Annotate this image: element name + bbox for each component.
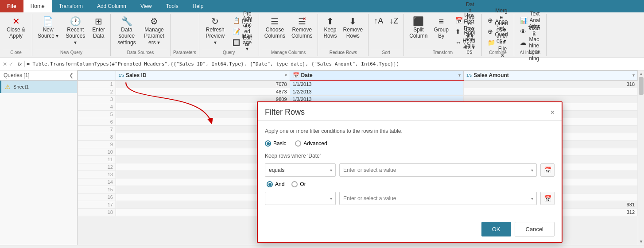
- and-radio-circle: [267, 181, 273, 187]
- mode-advanced-option[interactable]: Advanced: [295, 140, 327, 147]
- tab-file[interactable]: File: [0, 0, 23, 12]
- sort-desc-button[interactable]: ↓Z: [387, 15, 401, 27]
- dialog-close-button[interactable]: ×: [551, 108, 555, 116]
- close-apply-icon: ✕: [12, 17, 20, 26]
- ribbon-group-manage-columns: ☰ ChooseColumns ☰✕ RemoveColumns Manage …: [259, 14, 318, 56]
- ribbon-group-close: ✕ Close & Apply Close: [0, 14, 32, 56]
- merge-queries-icon: ⊕: [488, 17, 493, 23]
- text-analytics-icon: 📊: [520, 17, 528, 23]
- sort-asc-icon: ↑A: [374, 17, 383, 25]
- connector-and-option[interactable]: And: [267, 181, 284, 187]
- azure-ml-button[interactable]: ☁ Azure Machine Learning: [517, 37, 543, 48]
- ribbon-group-ai-insights: 📊 Text Analytics 👁 Vision ☁ Azure Machin…: [514, 14, 547, 56]
- operator-1-select[interactable]: equals: [265, 163, 336, 177]
- connector-and-label: And: [275, 181, 284, 187]
- ribbon-group-combine-label: Combine: [485, 49, 511, 55]
- tab-help[interactable]: Help: [186, 0, 211, 12]
- manage-parameters-button[interactable]: ⚙ ManageParameters ▾: [141, 15, 167, 47]
- tab-tools[interactable]: Tools: [159, 0, 186, 12]
- ribbon-group-parameters: Parameters: [171, 14, 199, 56]
- close-apply-button[interactable]: ✕ Close & Apply: [3, 15, 29, 41]
- replace-values-button[interactable]: ↔ Replace Values: [452, 37, 479, 48]
- filter-condition-2: ▾ 📅: [265, 192, 555, 205]
- ribbon-group-query-label: Query: [202, 49, 256, 55]
- remove-rows-icon: ⬇: [349, 17, 357, 26]
- ribbon-group-ai-insights-label: AI Insights: [517, 49, 543, 55]
- value-1-wrap: ▾: [339, 163, 537, 177]
- choose-columns-button[interactable]: ☰ ChooseColumns: [262, 15, 288, 41]
- formula-bar: ✕ ✓ fx = Table.TransformColumnTypes(#"Pr…: [0, 58, 644, 70]
- operator-2-select[interactable]: [265, 192, 336, 205]
- cancel-button[interactable]: Cancel: [515, 222, 555, 236]
- ribbon-group-transform-label: Transform: [407, 49, 479, 55]
- filter-rows-dialog: Filter Rows × Apply one or more filter c…: [257, 101, 563, 243]
- tab-add-column[interactable]: Add Column: [90, 0, 133, 12]
- mode-basic-label: Basic: [273, 140, 286, 147]
- replace-values-icon: ↔: [455, 39, 462, 46]
- sort-desc-icon: ↓Z: [389, 17, 398, 25]
- ribbon-group-reduce-rows-label: Reduce Rows: [321, 49, 365, 55]
- formula-fx-label: fx: [15, 61, 25, 67]
- remove-rows-button[interactable]: ⬇ RemoveRows: [340, 15, 365, 41]
- combine-files-icon: 📁: [488, 39, 495, 46]
- ribbon-group-transform: ⬛ SplitColumn ≡ GroupBy 📅 Data Type: Dat…: [404, 14, 482, 56]
- data-source-settings-button[interactable]: 🔧 Data sourcesettings: [113, 15, 140, 47]
- group-by-button[interactable]: ≡ GroupBy: [431, 15, 451, 41]
- dialog-title: Filter Rows: [265, 108, 305, 117]
- value-1-dropdown-icon[interactable]: ▾: [531, 168, 533, 173]
- tab-home[interactable]: Home: [23, 0, 52, 12]
- value-1-input[interactable]: [339, 163, 537, 177]
- choose-columns-icon: ☰: [271, 17, 279, 26]
- or-radio-circle: [291, 181, 298, 187]
- tab-bar: File Home Transform Add Column View Tool…: [0, 0, 644, 12]
- value-2-dropdown-icon[interactable]: ▾: [531, 196, 533, 201]
- vision-icon: 👁: [520, 28, 526, 35]
- manage-button[interactable]: 🔲 Manage ▾: [229, 37, 256, 48]
- operator-2-wrap: [265, 192, 336, 205]
- tab-transform[interactable]: Transform: [52, 0, 90, 12]
- advanced-editor-icon: 📝: [233, 28, 240, 35]
- mode-basic-option[interactable]: Basic: [265, 140, 286, 147]
- new-source-button[interactable]: 📄 NewSource ▾: [35, 15, 61, 41]
- data-source-settings-icon: 🔧: [121, 17, 132, 26]
- split-column-icon: ⬛: [413, 17, 424, 26]
- ok-button[interactable]: OK: [481, 222, 511, 236]
- remove-columns-button[interactable]: ☰✕ RemoveColumns: [289, 15, 315, 41]
- dialog-title-bar: Filter Rows ×: [258, 102, 562, 121]
- keep-rows-button[interactable]: ⬆ KeepRows: [321, 15, 339, 41]
- properties-icon: 📋: [233, 17, 240, 23]
- connector-or-label: Or: [300, 181, 306, 187]
- connector-or-option[interactable]: Or: [291, 181, 306, 187]
- value-2-input[interactable]: [339, 192, 537, 205]
- manage-icon: 🔲: [233, 39, 240, 46]
- formula-check-icon[interactable]: ✓: [9, 61, 13, 67]
- dialog-overlay: Filter Rows × Apply one or more filter c…: [0, 70, 644, 245]
- calendar-2-button[interactable]: 📅: [540, 192, 555, 205]
- ribbon-group-parameters-label: Parameters: [173, 49, 196, 55]
- azure-ml-icon: ☁: [520, 39, 526, 46]
- refresh-preview-button[interactable]: ↻ RefreshPreview ▾: [202, 15, 229, 47]
- status-bar: [0, 245, 644, 248]
- sort-asc-button[interactable]: ↑A: [371, 15, 386, 27]
- value-2-wrap: ▾: [339, 192, 537, 205]
- split-column-button[interactable]: ⬛ SplitColumn: [407, 15, 430, 41]
- ribbon-group-manage-columns-label: Manage Columns: [262, 49, 315, 55]
- tab-view[interactable]: View: [133, 0, 159, 12]
- recent-sources-button[interactable]: 🕐 RecentSources ▾: [62, 15, 89, 47]
- connector-row: And Or: [265, 181, 555, 187]
- ribbon-group-close-label: Close: [3, 49, 29, 55]
- ribbon-group-data-sources: 🔧 Data sourcesettings ⚙ ManageParameters…: [111, 14, 171, 56]
- formula-text: = Table.TransformColumnTypes(#"Promoted …: [27, 61, 641, 67]
- combine-files-button[interactable]: 📁 Combine Files: [485, 37, 511, 48]
- calendar-1-button[interactable]: 📅: [540, 163, 555, 177]
- ribbon: ✕ Close & Apply Close 📄 NewSource ▾ 🕐 Re…: [0, 12, 644, 58]
- ribbon-group-data-sources-label: Data Sources: [113, 49, 167, 55]
- keep-rows-icon: ⬆: [326, 17, 334, 26]
- basic-radio-circle: [265, 140, 271, 147]
- formula-expand-icon[interactable]: ✕: [3, 61, 7, 67]
- data-type-icon: 📅: [455, 17, 463, 23]
- enter-data-button[interactable]: ⊞ EnterData: [89, 15, 108, 41]
- filter-condition-1: equals ▾ 📅: [265, 163, 555, 177]
- advanced-radio-circle: [295, 140, 301, 147]
- mode-radio-group: Basic Advanced: [265, 140, 555, 147]
